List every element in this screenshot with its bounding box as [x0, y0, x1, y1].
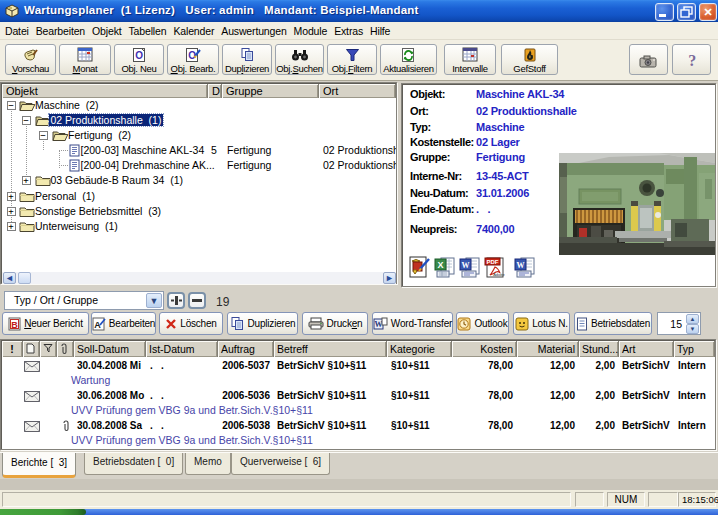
table-header-betreff[interactable]: Betreff	[274, 341, 387, 357]
table-header-material[interactable]: Material	[517, 341, 579, 357]
close-button[interactable]: ✕	[699, 3, 717, 21]
menu-item-bearbeiten[interactable]: Bearbeiten	[32, 23, 88, 39]
spinner-up-icon[interactable]: ▲	[686, 314, 699, 324]
menu-item-objekt[interactable]: Objekt	[89, 23, 125, 39]
tree-row[interactable]: +03 Gebäude-B Raum 34 (1)	[2, 173, 396, 188]
expand-plus-icon[interactable]: +	[7, 207, 16, 216]
tree-row[interactable]: [200-03] Maschine AKL-345Fertigung02 Pro…	[2, 143, 396, 158]
tab-berichte[interactable]: Berichte [ 3]	[2, 453, 76, 478]
help-button[interactable]: ?	[672, 44, 711, 75]
grouping-combobox[interactable]: Typ / Ort / Gruppe ▼	[4, 291, 164, 310]
spinner-down-icon[interactable]: ▼	[686, 324, 699, 334]
hazard-button[interactable]: GefStoff	[501, 44, 558, 75]
tree-node-label[interactable]: 03 Gebäude-B Raum 34 (1)	[51, 174, 184, 186]
menu-item-module[interactable]: Module	[290, 23, 331, 39]
table-header-[interactable]: !	[2, 341, 23, 357]
tree-node-label[interactable]: Maschine (2)	[35, 99, 99, 111]
start-button-sliver[interactable]	[0, 509, 86, 515]
new-report-button[interactable]: BNeuer Bericht	[2, 312, 89, 335]
collapse-minus-icon[interactable]: −	[39, 131, 48, 140]
duplicate-report-button[interactable]: Duplizieren	[227, 312, 298, 335]
tree-row[interactable]: +Sonstige Betriebsmittel (3)	[2, 204, 396, 219]
table-header-solldatum[interactable]: Soll-Datum	[74, 341, 146, 357]
tab-querverweise[interactable]: Querverweise [ 6]	[231, 453, 330, 475]
excel-icon[interactable]: X	[433, 255, 456, 279]
word-icon[interactable]: W	[458, 255, 481, 279]
pdf-icon[interactable]: PDFAdobe	[484, 255, 507, 279]
word-transfer-button[interactable]: WWord-Transfer	[372, 312, 453, 335]
tab-memo[interactable]: Memo	[185, 453, 231, 475]
expand-all-button[interactable]	[167, 292, 185, 309]
row-count-spinner[interactable]: 15 ▲ ▼	[657, 312, 701, 335]
print-button[interactable]: Drucken	[302, 312, 368, 335]
tree-header-gruppe[interactable]: Gruppe	[222, 84, 319, 98]
duplicate-button[interactable]: Duplizieren	[222, 44, 272, 75]
refresh-button[interactable]: Aktualisieren	[380, 44, 437, 75]
tree-node-label[interactable]: Fertigung (2)	[68, 129, 131, 141]
tree-node-label[interactable]: [200-04] Drehmaschine AK...	[81, 159, 215, 171]
tree-node-label[interactable]: 02 Produktionshalle (1)	[49, 114, 164, 126]
object-filter-button[interactable]: Obj.Filtern	[327, 44, 377, 75]
lotus-notes-button[interactable]: Lotus N.	[513, 312, 570, 335]
menu-item-kalender[interactable]: Kalender	[170, 23, 218, 39]
camera-button[interactable]	[629, 44, 668, 75]
tree-row[interactable]: +Unterweisung (1)	[2, 219, 396, 234]
tree-node-label[interactable]: [200-03] Maschine AKL-34	[81, 144, 205, 156]
minimize-button[interactable]	[655, 3, 674, 21]
collapse-minus-icon[interactable]: −	[7, 101, 16, 110]
tree-row[interactable]: [200-04] Drehmaschine AK...Fertigung02 P…	[2, 158, 396, 173]
table-header-kategorie[interactable]: Kategorie	[387, 341, 452, 357]
edit-report-button[interactable]: ABearbeiten	[91, 312, 156, 335]
table-header-kosten[interactable]: Kosten	[452, 341, 517, 357]
tree-row[interactable]: −Maschine (2)	[2, 98, 396, 113]
tree-node-label[interactable]: Personal (1)	[35, 190, 95, 202]
menu-item-extras[interactable]: Extras	[331, 23, 367, 39]
menu-item-tabellen[interactable]: Tabellen	[125, 23, 170, 39]
tree-node-label[interactable]: Sonstige Betriebsmittel (3)	[35, 205, 161, 217]
expand-plus-icon[interactable]: +	[7, 222, 16, 231]
word-icon[interactable]: W	[513, 255, 536, 279]
table-header-paperclip-icon[interactable]	[57, 341, 74, 357]
object-edit-button[interactable]: OObj. Bearb.	[167, 44, 219, 75]
scrollbar-thumb[interactable]	[18, 272, 31, 284]
report-row[interactable]: 30.06.2008 Mo. .2006-5036BetrSichV §10+§…	[2, 387, 715, 417]
menu-item-hilfe[interactable]: Hilfe	[367, 23, 394, 39]
scroll-right-button[interactable]: ►	[383, 272, 396, 284]
expand-plus-icon[interactable]: +	[7, 192, 16, 201]
object-new-button[interactable]: OObj. Neu	[114, 44, 164, 75]
operating-data-button[interactable]: Betriebsdaten	[574, 312, 652, 335]
menu-item-auswertungen[interactable]: Auswertungen	[218, 23, 290, 39]
table-header-document-icon[interactable]	[23, 341, 40, 357]
tree-horizontal-scrollbar[interactable]: ◄ ►	[2, 272, 396, 284]
preview-button[interactable]: Vorschau	[5, 44, 56, 75]
table-header-auftrag[interactable]: Auftrag	[218, 341, 274, 357]
table-header-typ[interactable]: Typ	[674, 341, 715, 357]
tree-row[interactable]: −Fertigung (2)	[2, 128, 396, 143]
menu-item-datei[interactable]: Datei	[2, 23, 33, 39]
table-header-art[interactable]: Art	[619, 341, 674, 357]
expand-plus-icon[interactable]: +	[22, 176, 31, 185]
tab-betriebsdaten[interactable]: Betriebsdaten [ 0]	[84, 453, 183, 475]
tree-header-objekt[interactable]: Objekt	[2, 84, 208, 98]
tree-header-ort[interactable]: Ort	[319, 84, 396, 98]
table-header-filter-icon[interactable]	[40, 341, 57, 357]
restore-button[interactable]	[677, 3, 696, 21]
collapse-minus-icon[interactable]: −	[22, 116, 31, 125]
combobox-dropdown-icon[interactable]: ▼	[146, 293, 162, 308]
table-header-istdatum[interactable]: Ist-Datum	[146, 341, 218, 357]
tree-row[interactable]: +Personal (1)	[2, 189, 396, 204]
table-header-stund[interactable]: Stund...	[579, 341, 619, 357]
tree-row[interactable]: −02 Produktionshalle (1)	[2, 113, 396, 128]
collapse-all-button[interactable]	[188, 292, 206, 309]
report-row[interactable]: 30.08.2008 Sa. .2006-5038BetrSichV §10+§…	[2, 417, 715, 447]
outlook-button[interactable]: Outlook	[456, 312, 509, 335]
delete-report-button[interactable]: Löschen	[159, 312, 223, 335]
signature-report-icon[interactable]	[408, 255, 431, 279]
report-row[interactable]: 30.04.2008 Mi. .2006-5037BetrSichV §10+§…	[2, 357, 715, 387]
object-search-button[interactable]: Obj.Suchen	[275, 44, 324, 75]
scroll-left-button[interactable]: ◄	[3, 272, 16, 284]
intervals-button[interactable]: Intervalle	[444, 44, 496, 75]
month-button[interactable]: Monat	[59, 44, 111, 75]
tree-header-d[interactable]: D	[208, 84, 222, 98]
tree-node-label[interactable]: Unterweisung (1)	[35, 220, 118, 232]
